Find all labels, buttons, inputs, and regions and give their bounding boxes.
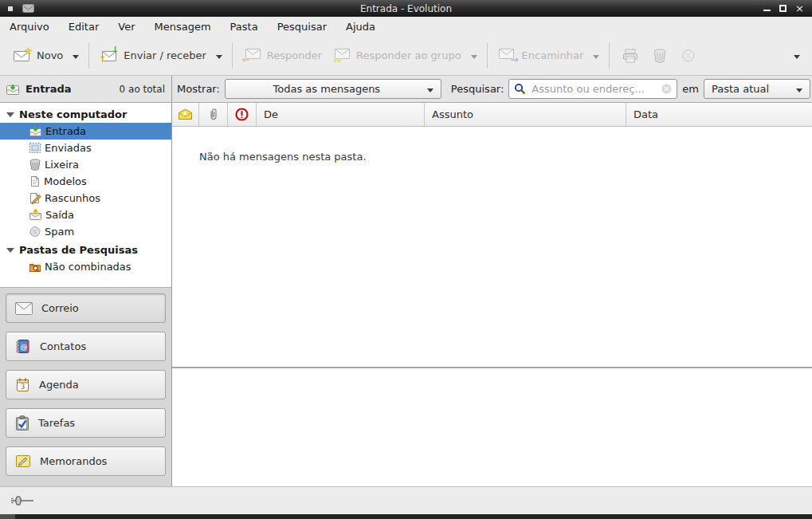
reply-button[interactable]: ← Responder bbox=[238, 44, 328, 67]
column-subject[interactable]: Assunto bbox=[425, 103, 626, 126]
toolbar-separator bbox=[609, 43, 610, 69]
switcher-label: Tarefas bbox=[38, 417, 75, 429]
new-button[interactable]: ★ Novo bbox=[8, 44, 69, 67]
forward-button-label: Encaminhar bbox=[522, 49, 584, 61]
switcher-label: Contatos bbox=[40, 340, 86, 352]
search-label: Pesquisar: bbox=[451, 83, 504, 95]
reply-group-label: Responder ao grupo bbox=[356, 49, 461, 61]
show-filter-value: Todas as mensagens bbox=[233, 83, 421, 95]
toolbar-separator bbox=[88, 43, 89, 69]
column-status[interactable]: ★ bbox=[172, 103, 199, 126]
folder-item-enviadas[interactable]: Enviadas bbox=[0, 140, 171, 156]
reply-group-dropdown-button[interactable] bbox=[467, 48, 481, 64]
app-envelope-icon bbox=[22, 4, 34, 13]
send-receive-icon: ↑ ↓ bbox=[100, 49, 118, 62]
filter-bar: Entrada 0 ao total Mostrar: Todas as men… bbox=[0, 76, 812, 103]
folder-item-nao-combinadas[interactable]: Não combinadas bbox=[0, 258, 171, 275]
status-bar bbox=[0, 486, 812, 514]
tree-group-label: Pastas de Pesquisas bbox=[19, 244, 138, 256]
reply-group-button[interactable]: ↔ Responder ao grupo bbox=[328, 44, 467, 67]
column-from-label: De bbox=[264, 108, 278, 120]
search-scope-value: Pasta atual bbox=[712, 83, 790, 95]
message-area: ★ bbox=[172, 103, 812, 486]
minimize-button[interactable] bbox=[763, 9, 771, 11]
toolbar-overflow-button[interactable] bbox=[790, 48, 804, 64]
show-filter-dropdown[interactable]: Todas as mensagens bbox=[225, 79, 441, 99]
new-button-label: Novo bbox=[37, 49, 63, 61]
junk-button[interactable] bbox=[674, 44, 703, 68]
column-date[interactable]: Data bbox=[626, 103, 812, 126]
folder-item-spam[interactable]: Spam bbox=[0, 223, 171, 240]
folder-item-modelos[interactable]: Modelos bbox=[0, 173, 171, 190]
message-count: 0 ao total bbox=[120, 84, 165, 95]
switcher-tarefas[interactable]: Tarefas bbox=[6, 408, 166, 438]
chevron-down-icon bbox=[73, 55, 79, 59]
forward-button[interactable]: → Encaminhar bbox=[493, 44, 590, 67]
search-input[interactable] bbox=[530, 82, 657, 96]
message-list-header: ★ bbox=[172, 103, 812, 127]
window-menu-icon[interactable] bbox=[8, 6, 13, 11]
send-receive-button[interactable]: ↑ ↓ Enviar / receber bbox=[95, 44, 212, 67]
delete-button[interactable] bbox=[645, 44, 674, 68]
new-dropdown-button[interactable] bbox=[69, 48, 83, 64]
folder-item-label: Entrada bbox=[45, 125, 86, 137]
expander-icon[interactable] bbox=[6, 248, 14, 253]
trash-icon bbox=[653, 49, 667, 63]
clear-search-icon[interactable] bbox=[661, 84, 672, 94]
switcher-contatos[interactable]: @ Contatos bbox=[6, 332, 166, 361]
tree-group-search-folders[interactable]: Pastas de Pesquisas bbox=[0, 242, 171, 258]
inbox-icon bbox=[29, 125, 42, 137]
window-title: Entrada - Evolution bbox=[0, 3, 812, 14]
folder-item-label: Enviadas bbox=[45, 142, 92, 154]
switcher-memorandos[interactable]: Memorandos bbox=[6, 446, 166, 476]
folder-item-rascunhos[interactable]: Rascunhos bbox=[0, 190, 171, 206]
attachment-icon bbox=[209, 108, 218, 121]
chevron-down-icon bbox=[427, 88, 433, 92]
folder-item-entrada[interactable]: Entrada bbox=[0, 123, 171, 140]
send-receive-dropdown-button[interactable] bbox=[212, 48, 226, 64]
menu-editar[interactable]: Editar bbox=[69, 21, 100, 33]
calendar-icon: 3 bbox=[15, 377, 30, 392]
evolution-window: Entrada - Evolution × Arquivo Editar Ver… bbox=[0, 0, 812, 519]
menu-mensagem[interactable]: Mensagem bbox=[155, 21, 211, 33]
mail-icon bbox=[15, 302, 33, 315]
switcher-correio[interactable]: Correio bbox=[6, 293, 166, 323]
menu-pesquisar[interactable]: Pesquisar bbox=[277, 21, 327, 33]
folder-item-label: Rascunhos bbox=[45, 192, 100, 204]
reply-button-label: Responder bbox=[267, 49, 322, 61]
online-status-icon[interactable] bbox=[10, 494, 34, 507]
expander-icon[interactable] bbox=[6, 112, 14, 117]
search-scope-dropdown[interactable]: Pasta atual bbox=[704, 79, 810, 99]
column-priority[interactable] bbox=[228, 103, 257, 126]
sidebar: Neste computador Entrada bbox=[0, 103, 172, 486]
menu-arquivo[interactable]: Arquivo bbox=[10, 21, 49, 33]
message-list[interactable]: Não há mensagens nesta pasta. bbox=[172, 127, 812, 367]
folder-item-label: Saída bbox=[45, 209, 74, 221]
maximize-button[interactable] bbox=[779, 5, 787, 12]
menu-pasta[interactable]: Pasta bbox=[230, 21, 258, 33]
memos-icon bbox=[15, 454, 31, 468]
close-button[interactable]: × bbox=[795, 3, 804, 14]
menu-ver[interactable]: Ver bbox=[118, 21, 135, 33]
trash-icon bbox=[29, 159, 41, 171]
column-attachment[interactable] bbox=[199, 103, 228, 126]
print-button[interactable] bbox=[615, 44, 645, 68]
search-icon bbox=[514, 83, 526, 95]
content-area: Neste computador Entrada bbox=[0, 103, 812, 486]
switcher-label: Agenda bbox=[39, 379, 79, 391]
switcher-agenda[interactable]: 3 Agenda bbox=[6, 370, 166, 399]
current-folder-title: Entrada bbox=[25, 83, 72, 95]
svg-text:★: ★ bbox=[182, 110, 187, 117]
menu-ajuda[interactable]: Ajuda bbox=[346, 21, 375, 33]
toolbar-separator bbox=[232, 43, 233, 69]
svg-text:@: @ bbox=[21, 343, 28, 351]
tree-group-label: Neste computador bbox=[19, 108, 127, 120]
folder-item-lixeira[interactable]: Lixeira bbox=[0, 156, 171, 173]
chevron-down-icon bbox=[794, 55, 800, 59]
priority-icon bbox=[235, 108, 249, 121]
folder-item-saida[interactable]: Saída bbox=[0, 206, 171, 223]
screen-edge-strip bbox=[0, 514, 812, 519]
forward-dropdown-button[interactable] bbox=[589, 48, 603, 64]
tree-group-this-computer[interactable]: Neste computador bbox=[0, 106, 171, 123]
column-from[interactable]: De bbox=[257, 103, 425, 126]
